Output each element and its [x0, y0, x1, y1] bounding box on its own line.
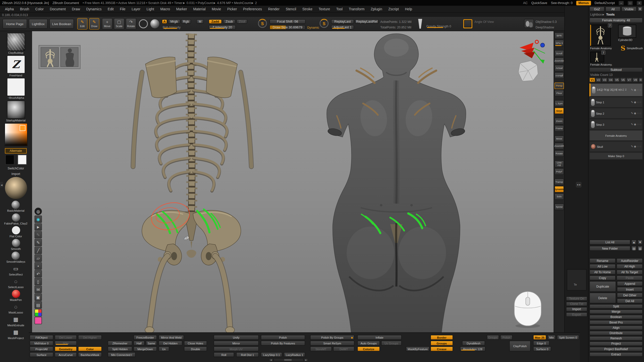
replay-last-button[interactable]: ReplayLast [331, 19, 354, 24]
freezeborder-button[interactable]: FreezeBorder [134, 335, 157, 340]
mergedown-button[interactable]: MergeDown [134, 346, 157, 351]
zoom3d-button[interactable]: Zoom3D [554, 58, 564, 64]
mirror-and-weld-button[interactable]: Mirror And Weld [158, 335, 184, 340]
polypaint-icon[interactable]: ✎ [631, 145, 633, 148]
half-button[interactable]: Half [134, 341, 145, 346]
tool-thumb-simplebrush[interactable]: S SimpleBrush [621, 44, 643, 52]
zoomsr-button[interactable]: ZoomSR [554, 143, 564, 149]
material-startup[interactable]: StartupMaterial [6, 101, 25, 122]
dynamic-label[interactable]: Dynamic [307, 26, 319, 30]
stroke-freehand[interactable]: Z FreeHand [7, 55, 25, 77]
max-slider[interactable]: Max 25 [533, 335, 546, 340]
menu-item[interactable]: Layer [132, 7, 140, 11]
aahalf-button[interactable]: AAHalf [554, 72, 564, 79]
menu-item[interactable]: Movie [212, 7, 221, 11]
clipboard-icon[interactable]: ▤ [34, 301, 42, 308]
draw-size-knob-icon[interactable]: S [319, 19, 329, 28]
insert-button[interactable]: Insert [617, 287, 643, 292]
subdiv-toggle-icon[interactable]: ◌ [639, 145, 641, 148]
subtool-action-button[interactable]: Extract [589, 352, 643, 357]
storemt-button[interactable]: StoreMT [310, 346, 332, 351]
surface-button[interactable]: Surface [30, 352, 54, 357]
same-button[interactable]: Same [146, 341, 157, 346]
dynamesh-button[interactable]: DynaMesh [462, 341, 485, 346]
current-material-ball[interactable] [5, 177, 27, 200]
menu-item[interactable]: Zplugin [371, 7, 382, 11]
alternate-button[interactable]: Alternate [5, 148, 26, 154]
colorize-button[interactable]: Colorize [357, 346, 380, 351]
lazystep-slider[interactable]: LazyStep 0.1 [261, 352, 282, 357]
smart-resym-button[interactable]: Smart ReSym [310, 341, 354, 346]
goz-visible-button[interactable]: Visible [621, 7, 636, 12]
border-button[interactable]: Border [430, 335, 453, 340]
see-through-slider[interactable]: See-through: 0 [551, 1, 573, 5]
eraser-icon[interactable]: ▱ [34, 254, 42, 262]
copy-icon[interactable]: ▣ [34, 293, 42, 301]
subtool-tab[interactable]: R [639, 78, 643, 82]
menu-item[interactable]: Brush [20, 7, 29, 11]
list-all-button[interactable]: List All [589, 240, 630, 245]
note-icon[interactable]: ✉ [34, 286, 42, 293]
m-button[interactable]: M [196, 19, 204, 24]
goz-button[interactable]: GoZ [589, 7, 605, 12]
subdiv-toggle-icon[interactable]: ◌ [637, 88, 639, 92]
scroll-right-icon[interactable]: ► [304, 358, 308, 361]
fillobject-button[interactable]: FillObject [30, 335, 54, 340]
subtool-item[interactable]: Step 3 ✎ ◉ ◌ ◌ [589, 119, 643, 129]
brush-smoothvalleys[interactable]: SmoothValleys [6, 252, 25, 263]
subtool-tab[interactable]: V5 [614, 78, 620, 82]
texture-on-button[interactable]: Texture On [566, 296, 587, 301]
line-icon[interactable]: ╱ [34, 247, 42, 254]
groups-button[interactable]: Groups [430, 341, 453, 346]
uv-button[interactable]: Uv [158, 346, 169, 351]
unify-button[interactable]: Unify [214, 335, 259, 340]
zsub-button[interactable]: Zsub [223, 19, 235, 24]
nav-rotate-button[interactable]: Rotate [554, 150, 564, 157]
subtool-action-button[interactable]: Boolean [589, 315, 643, 319]
brush-claybuildup[interactable]: ClayBuildup [7, 33, 25, 54]
brush-selectlasso[interactable]: ◌ SelectLasso [8, 277, 24, 289]
tool-thumb-cylinder3d[interactable] [618, 25, 636, 38]
current-tool-button[interactable]: Female Anatomy. 48 [589, 18, 643, 23]
subtool-tab[interactable]: V1 [589, 78, 595, 82]
menu-item[interactable]: Alpha [5, 7, 14, 11]
bpr-button[interactable]: BPR [554, 32, 564, 39]
sdiv-slider[interactable]: SDiv [55, 341, 77, 346]
menu-item[interactable]: Light [147, 7, 154, 11]
polish-dim-button[interactable]: Polish [500, 335, 513, 340]
subdiv-toggle-icon[interactable]: ◌ [637, 101, 639, 104]
replay-last-rel-button[interactable]: ReplayLastRel [355, 19, 379, 24]
subdiv-toggle-icon[interactable]: ◌ [639, 112, 641, 115]
claypolish-button[interactable]: ClayPolish [509, 341, 531, 351]
folder-collapse-icon[interactable]: ▤ [631, 246, 636, 251]
scroll-left-icon[interactable]: ◄ [269, 358, 273, 361]
thumbnail-skeleton[interactable] [41, 47, 59, 67]
rotate-mode-button[interactable]: ↷Rotate [126, 18, 136, 30]
alpha-selector-icon[interactable] [150, 19, 159, 28]
all-to-home-button[interactable]: All To Home [589, 270, 616, 275]
zremesher-button[interactable]: ZRemesher [108, 341, 132, 346]
subtool-action-button[interactable]: Bevel Pro [589, 320, 643, 325]
quicksave-button[interactable]: QuickSave [531, 1, 547, 5]
live-boolean-button[interactable]: Live Boolean [49, 19, 74, 29]
channel-a-button[interactable]: A [162, 19, 167, 24]
subtool-action-button[interactable]: Project [589, 341, 643, 346]
split-screen-slider[interactable]: Split Screen 0 [557, 335, 579, 340]
menu-item[interactable]: Tool [336, 7, 342, 11]
morph-uv-button[interactable]: Morph UV [214, 346, 259, 351]
nav-move-button[interactable]: Move [554, 135, 564, 142]
color-swatches[interactable] [5, 155, 26, 165]
autoreorder-button[interactable]: AutoReorder [617, 258, 643, 263]
auto-groups-button[interactable]: Auto Groups [357, 341, 380, 346]
polish-by-features-slider[interactable]: Polish By Features [261, 341, 305, 346]
document-thumbnails[interactable] [38, 45, 80, 69]
split-hidden-button[interactable]: Split Hidden [108, 346, 132, 351]
pen-icon[interactable]: ✎ [34, 239, 42, 246]
import-button[interactable]: Import [11, 171, 20, 175]
scroll-button[interactable]: Scroll [554, 50, 564, 57]
z-intensity-slider[interactable]: Z Intensity 20 [209, 25, 236, 30]
new-folder-button[interactable]: New Folder [589, 246, 630, 251]
inflate-slider[interactable]: Inflate [357, 335, 401, 340]
subtool-action-button[interactable]: Align [589, 326, 643, 330]
scroll-handle[interactable] [284, 359, 292, 361]
